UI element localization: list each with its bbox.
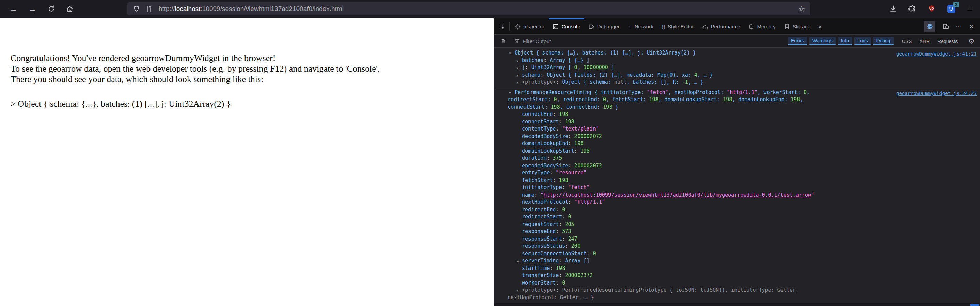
console-text: nextHopProtocol xyxy=(522,199,568,205)
tab-console[interactable]: Console xyxy=(549,18,584,34)
nav-buttons: ← → xyxy=(9,5,73,13)
close-devtools-icon[interactable]: × xyxy=(966,21,977,32)
console-line: decodedBodySize: 200002072 xyxy=(494,133,980,140)
tab-network[interactable]: ↑↓Network xyxy=(624,18,657,34)
console-input-row[interactable] xyxy=(494,303,980,306)
more-tabs-chevron-icon[interactable]: » xyxy=(815,18,825,34)
responsive-design-mode-icon[interactable] xyxy=(940,21,951,32)
divider xyxy=(509,22,510,31)
tab-style-editor[interactable]: { }Style Editor xyxy=(657,18,698,34)
expand-arrow-icon[interactable]: ▶ xyxy=(517,57,522,65)
console-line: ▶serverTiming: Array [] xyxy=(494,257,980,265)
clear-console-trash-icon[interactable] xyxy=(498,38,509,44)
console-text: 4 xyxy=(694,72,697,78)
console-text: 247 xyxy=(568,236,577,242)
collapse-arrow-icon[interactable]: ▼ xyxy=(509,50,514,57)
tab-performance[interactable]: Performance xyxy=(698,18,745,34)
filter-info-button[interactable]: Info xyxy=(838,37,852,45)
filter-debug-button[interactable]: Debug xyxy=(873,37,893,45)
console-line: transferSize: 200002372 xyxy=(494,272,980,279)
hamburger-menu-icon[interactable]: ≡ xyxy=(967,4,972,14)
console-log-entry: ▼Object { schema: {…}, batches: (1) […],… xyxy=(494,48,980,88)
tab-storage[interactable]: Storage xyxy=(780,18,815,34)
bookmark-star-icon[interactable]: ☆ xyxy=(798,5,805,14)
console-text: : xyxy=(556,280,562,286)
extensions-puzzle-icon[interactable] xyxy=(908,5,916,13)
expand-arrow-icon[interactable]: ▶ xyxy=(517,287,522,295)
site-identity-page-icon[interactable] xyxy=(145,5,153,13)
console-text: : xyxy=(568,133,574,139)
console-text: } xyxy=(612,104,618,110)
filter-xhr-button[interactable]: XHR xyxy=(917,38,932,45)
collapse-arrow-icon[interactable]: ▼ xyxy=(509,89,514,97)
console-line: domainLookupStart: 198 xyxy=(494,148,980,155)
expand-arrow-icon[interactable]: ▶ xyxy=(517,64,522,72)
element-picker-icon[interactable] xyxy=(494,18,509,34)
console-text: 198 xyxy=(649,96,658,102)
console-text: Uint32Array [ xyxy=(531,64,574,70)
page-text-line: To see the geoarrow data, open the web d… xyxy=(11,64,480,74)
password-manager-extension-icon[interactable]: 2 xyxy=(947,5,956,13)
expand-arrow-icon[interactable]: ▶ xyxy=(517,79,522,86)
shield-permissions-icon[interactable] xyxy=(133,5,140,13)
console-line: secureConnectionStart: 0 xyxy=(494,250,980,258)
url-text[interactable]: http://localhost:10099/session/viewhtml1… xyxy=(159,5,798,13)
console-text: startTime xyxy=(522,265,550,271)
storage-icon xyxy=(784,24,790,30)
console-text: schema xyxy=(522,72,540,78)
filter-css-button[interactable]: CSS xyxy=(899,38,915,45)
console-text: duration xyxy=(522,155,547,161)
console-text: : xyxy=(562,184,568,190)
download-icon[interactable] xyxy=(889,5,897,13)
console-text: 0 xyxy=(574,64,578,70)
console-line: redirectEnd: 0 xyxy=(494,206,980,214)
url-bar[interactable]: http://localhost:10099/session/viewhtml1… xyxy=(127,2,810,15)
console-url-link[interactable]: http://localhost:10099/session/viewhtml1… xyxy=(544,192,811,198)
console-text: : xyxy=(574,148,581,154)
console-line: encodedBodySize: 200002072 xyxy=(494,162,980,170)
console-settings-gear-icon[interactable]: ⚙ xyxy=(966,37,977,45)
console-line: fetchStart: 198 xyxy=(494,177,980,184)
console-text: 198 xyxy=(565,119,574,125)
ublock-extension-icon[interactable]: UO xyxy=(928,5,936,13)
console-text: 375 xyxy=(553,155,562,161)
console-text: : xyxy=(556,287,562,293)
react-devtools-atom-icon[interactable] xyxy=(924,21,935,32)
console-line: ▶<prototype>: PerformanceResourceTimingP… xyxy=(494,287,980,294)
reload-icon[interactable] xyxy=(48,5,55,13)
console-text: : xyxy=(547,155,553,161)
filter-warnings-button[interactable]: Warnings xyxy=(810,37,835,45)
console-text: , redirectEnd: xyxy=(557,96,603,102)
console-text: : xyxy=(568,199,574,205)
console-text: connectStart: xyxy=(508,104,550,110)
console-text: : xyxy=(556,126,562,132)
forward-button[interactable]: → xyxy=(28,5,37,13)
meatball-menu-icon[interactable]: ⋯ xyxy=(953,21,964,32)
filter-logs-button[interactable]: Logs xyxy=(854,37,871,45)
console-text: : xyxy=(544,57,550,64)
filter-errors-button[interactable]: Errors xyxy=(788,37,807,45)
console-text: entryType xyxy=(522,170,550,176)
tab-inspector[interactable]: Inspector xyxy=(511,18,549,34)
console-line: contentType: "text/plain" xyxy=(494,125,980,133)
tab-debugger[interactable]: Debugger xyxy=(584,18,624,34)
console-text: : xyxy=(568,140,574,147)
devtools-tabbar: InspectorConsoleDebugger↑↓Network{ }Styl… xyxy=(494,18,980,35)
back-button[interactable]: ← xyxy=(9,5,18,13)
console-text: 0 xyxy=(803,89,807,96)
filter-requests-button[interactable]: Requests xyxy=(935,38,960,45)
expand-arrow-icon[interactable]: ▶ xyxy=(517,72,522,80)
expand-arrow-icon[interactable]: ▶ xyxy=(517,258,522,265)
tab-label: Console xyxy=(562,24,580,29)
braces-icon: { } xyxy=(662,24,665,29)
home-icon[interactable] xyxy=(66,5,73,13)
filter-output-input[interactable]: Filter Output xyxy=(523,38,551,44)
console-text: "text/plain" xyxy=(562,126,599,132)
console-text: , batches: [], R: xyxy=(627,79,682,85)
console-text: responseStart xyxy=(522,236,562,242)
tab-memory[interactable]: Memory xyxy=(744,18,780,34)
console-text: 0 xyxy=(562,280,565,286)
tab-label: Storage xyxy=(793,24,811,29)
page-sample-output: > Object { schema: {...}, batches: (1) [… xyxy=(11,99,480,109)
inspector-icon xyxy=(514,24,521,30)
